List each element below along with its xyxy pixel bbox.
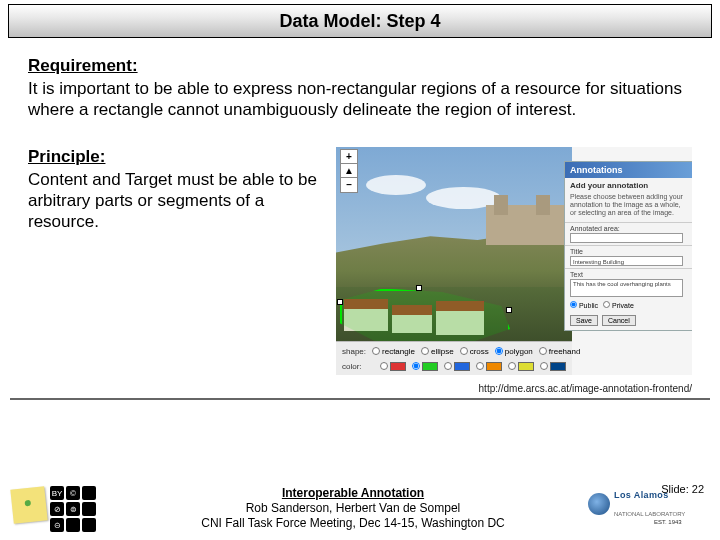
panel-title-row: Title Interesting Building [565,245,692,268]
principle-block: Principle: Content and Target must be ab… [28,147,328,375]
text-input[interactable]: This has the cool overhanging plants [570,279,683,297]
lanl-logo: Slide: 22 Los Alamos NATIONAL LABORATORY… [584,485,714,531]
photo-tower [494,195,508,215]
annotation-panel: Annotations Add your annotation Please c… [564,161,692,331]
shape-option[interactable]: rectangle [372,347,415,356]
public-radio[interactable]: Public [570,301,598,309]
requirement-block: Requirement: It is important to be able … [28,56,692,121]
panel-area-row: Annotated area: [565,222,692,245]
cc-badges: BY© ⊘⊜ ⊝ [50,486,96,532]
color-option[interactable] [476,362,502,371]
content-area: Requirement: It is important to be able … [0,38,720,375]
color-option[interactable] [380,362,406,371]
requirement-body: It is important to be able to express no… [28,78,692,121]
color-option[interactable] [508,362,534,371]
principle-body: Content and Target must be able to be ar… [28,169,328,233]
selection-handle[interactable] [416,285,422,291]
color-option[interactable] [444,362,470,371]
panel-title: Annotations [565,162,692,178]
shape-option[interactable]: freehand [539,347,581,356]
zoom-reset-button[interactable]: ▲ [341,164,357,178]
shape-option[interactable]: polygon [495,347,533,356]
color-option[interactable] [412,362,438,371]
footer-title: Interoperable Annotation [122,486,584,501]
shape-option[interactable]: cross [460,347,489,356]
panel-subtitle: Add your annotation [565,178,692,193]
panel-instruction: Please choose between adding your annota… [565,193,692,222]
principle-heading: Principle: [28,147,328,167]
shape-label: shape: [342,347,366,356]
photo-tower [536,195,550,215]
slide-title-bar: Data Model: Step 4 [8,4,712,38]
shape-option[interactable]: ellipse [421,347,454,356]
lanl-sub: NATIONAL LABORATORY [614,511,685,517]
footer-authors: Rob Sanderson, Herbert Van de Sompel [122,501,584,516]
zoom-in-button[interactable]: + [341,150,357,164]
footer-center: Interoperable Annotation Rob Sanderson, … [122,486,584,531]
shape-toolbar: shape: rectangle ellipse cross polygon f… [336,341,572,375]
area-input[interactable] [570,233,683,243]
sticky-note-icon [10,486,47,523]
annotation-tool-screenshot: + ▲ – shape: rectangle ellipse cross pol… [336,147,692,375]
save-button[interactable]: Save [570,315,598,326]
figure-source-url: http://dme.arcs.ac.at/image-annotation-f… [0,383,692,394]
selection-handle[interactable] [506,307,512,313]
panel-text-row: Text This has the cool overhanging plant… [565,268,692,299]
selection-handle[interactable] [337,299,343,305]
color-option[interactable] [540,362,566,371]
slide-title: Data Model: Step 4 [279,11,440,32]
footer-icons: BY© ⊘⊜ ⊝ [12,484,122,532]
title-input[interactable]: Interesting Building [570,256,683,266]
cancel-button[interactable]: Cancel [602,315,636,326]
zoom-out-button[interactable]: – [341,178,357,192]
requirement-heading: Requirement: [28,56,692,76]
color-label: color: [342,362,374,371]
lanl-est: EST. 1943 [654,519,682,525]
footer-venue: CNI Fall Task Force Meeting, Dec 14-15, … [122,516,584,531]
zoom-control: + ▲ – [340,149,358,193]
footer-divider [10,398,710,400]
photo-cloud [366,175,426,195]
slide-footer: BY© ⊘⊜ ⊝ Interoperable Annotation Rob Sa… [0,482,720,534]
private-radio[interactable]: Private [603,301,634,309]
lanl-globe-icon [588,493,610,515]
lanl-name: Los Alamos [614,491,669,500]
